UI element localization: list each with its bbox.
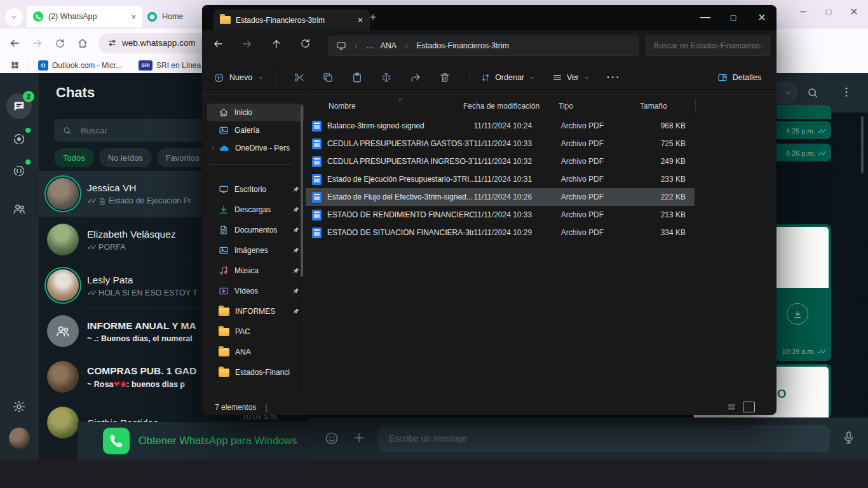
details-button[interactable]: Detalles	[717, 72, 761, 83]
toolbar-divider	[276, 69, 276, 86]
filter-todos[interactable]: Todos	[54, 148, 94, 167]
breadcrumb-item-ana[interactable]: ANA	[381, 41, 397, 50]
copy-button[interactable]	[313, 72, 342, 83]
message-input[interactable]	[388, 433, 797, 444]
column-fecha[interactable]: Fecha de modificación	[458, 102, 555, 111]
browser-minimize-button[interactable]: –	[790, 3, 816, 20]
column-divider[interactable]	[644, 99, 644, 113]
explorer-search-input[interactable]	[653, 41, 770, 51]
file-size: 968 KB	[634, 121, 695, 130]
explorer-tabband: Estados-Financieros-3trim ✕ — ▢ ✕	[202, 5, 776, 30]
new-tab-icon[interactable]	[369, 13, 377, 22]
bookmark-sri[interactable]: SRI SRI en Línea -	[139, 60, 205, 71]
column-divider[interactable]	[695, 99, 696, 113]
file-row[interactable]: Estado de Ejecución Presupuestario-3TRI.…	[306, 170, 695, 188]
mic-icon[interactable]	[841, 430, 856, 445]
emoji-icon[interactable]	[324, 431, 339, 446]
bookmark-outlook[interactable]: O Outlook.com - Micr...	[38, 60, 122, 71]
file-row[interactable]: ESTADO DE SITUACION FINANCIERA-3tri... 1…	[306, 224, 695, 241]
tab-close-icon[interactable]: ×	[131, 12, 136, 22]
breadcrumb-overflow[interactable]: …	[366, 41, 374, 50]
file-row[interactable]: CEDULA PRESUPUESTARIA INGRESO-3TRI... 11…	[306, 152, 695, 170]
large-icons-view-icon[interactable]	[743, 402, 755, 412]
browser-tab-whatsapp[interactable]: (2) WhatsApp ×	[27, 6, 142, 27]
delete-button[interactable]	[430, 72, 459, 83]
breadcrumb[interactable]: … ANA Estados-Financieros-3trim	[328, 36, 639, 56]
profile-avatar[interactable]	[9, 428, 30, 449]
sort-button[interactable]: Ordenar	[480, 72, 536, 83]
rail-status-button[interactable]	[6, 126, 32, 152]
file-date: 11/11/2024 10:24	[474, 121, 561, 130]
sidebar-item-documentos[interactable]: Documentos	[207, 221, 304, 239]
browser-close-button[interactable]: ✕	[841, 3, 867, 20]
chat-scrollbar[interactable]	[861, 116, 864, 173]
nav-up-icon[interactable]	[271, 38, 282, 50]
apps-grid-icon[interactable]	[10, 60, 20, 70]
conversation-search-icon[interactable]	[806, 86, 819, 99]
sidebar-item-galeria[interactable]: Galería	[207, 121, 304, 139]
sidebar-item-estados-financieros[interactable]: Estados-Financi	[207, 363, 304, 381]
new-button[interactable]: Nuevo	[214, 72, 264, 83]
explorer-minimize-button[interactable]: —	[691, 5, 719, 29]
column-divider[interactable]	[476, 99, 477, 113]
filter-no-leidos[interactable]: No leídos	[99, 148, 152, 167]
explorer-tab[interactable]: Estados-Financieros-3trim ✕	[214, 10, 370, 30]
rail-channels-button[interactable]	[6, 158, 32, 184]
sidebar-item-pac[interactable]: PAC	[207, 323, 304, 341]
breadcrumb-item-current[interactable]: Estados-Financieros-3trim	[416, 41, 509, 50]
attach-plus-icon[interactable]	[352, 431, 366, 445]
toolbar-more-icon[interactable]: ···	[607, 72, 621, 83]
share-button[interactable]	[401, 72, 430, 83]
sidebar-item-escritorio[interactable]: Escritorio	[207, 180, 304, 198]
sidebar-item-imagenes[interactable]: Imágenes	[207, 241, 304, 259]
explorer-search-box[interactable]	[646, 36, 770, 56]
sidebar-scrollbar[interactable]	[301, 105, 303, 277]
rail-communities-button[interactable]	[6, 196, 32, 221]
explorer-close-button[interactable]: ✕	[747, 5, 776, 29]
rail-chats-button[interactable]: 2	[6, 93, 32, 119]
column-divider[interactable]	[567, 99, 568, 113]
sidebar-item-descargas[interactable]: Descargas	[207, 201, 304, 219]
paste-button[interactable]	[342, 72, 372, 83]
pictures-icon	[219, 245, 229, 255]
file-row[interactable]: CEDULA PRESUPUESTARIA GASTOS-3TRI... 11/…	[306, 135, 695, 152]
browser-maximize-button[interactable]: ▢	[816, 3, 841, 20]
conversation-menu-kebab-icon[interactable]	[840, 86, 853, 98]
sidebar-item-inicio[interactable]: Inicio	[207, 104, 304, 121]
filter-favoritos[interactable]: Favoritos	[157, 148, 208, 167]
column-tipo[interactable]: Tipo	[555, 102, 635, 111]
column-nombre[interactable]: Nombre	[329, 102, 458, 111]
sidebar-item-onedrive[interactable]: OneDrive - Pers	[207, 139, 304, 157]
tab-search-button[interactable]	[5, 8, 23, 26]
file-row-selected[interactable]: Estado de Flujo del Efectivo-3trim-signe…	[306, 188, 695, 206]
nav-refresh-icon[interactable]	[300, 38, 311, 49]
browser-reload-icon[interactable]	[55, 37, 65, 48]
browser-home-icon[interactable]	[77, 37, 88, 49]
file-row[interactable]: ESTADO DE RENDIMIENTO FINANCIERO-... 11/…	[306, 206, 695, 224]
download-button[interactable]	[787, 303, 808, 325]
details-view-icon[interactable]	[727, 402, 736, 412]
view-button[interactable]: Ver	[552, 72, 590, 83]
nav-back-icon[interactable]	[212, 38, 224, 50]
file-row[interactable]: Balance-3trim-signed-signed 11/11/2024 1…	[306, 117, 695, 135]
file-type: Archivo PDF	[561, 157, 634, 166]
sidebar-item-ana[interactable]: ANA	[207, 343, 304, 361]
tab-close-icon[interactable]: ✕	[357, 16, 363, 25]
sidebar-label: Descargas	[234, 205, 271, 214]
sidebar-item-videos[interactable]: Vídeos	[207, 282, 304, 300]
expand-chevron-icon[interactable]	[210, 145, 216, 151]
cut-button[interactable]	[285, 72, 313, 83]
rename-button[interactable]	[372, 72, 401, 83]
browser-forward-icon[interactable]	[32, 37, 43, 49]
sidebar-label: INFORMES	[235, 307, 275, 316]
pdf-file-icon	[312, 139, 322, 149]
nav-forward-icon[interactable]	[241, 38, 253, 50]
trash-icon	[439, 72, 451, 83]
browser-back-icon[interactable]	[9, 37, 20, 49]
column-tamano[interactable]: Tamaño	[635, 102, 667, 111]
get-whatsapp-banner[interactable]: Obtener WhatsApp para Windows	[78, 422, 348, 459]
sidebar-item-musica[interactable]: Música	[207, 262, 304, 280]
explorer-maximize-button[interactable]: ▢	[719, 5, 747, 29]
rail-settings-button[interactable]	[6, 394, 32, 419]
sidebar-item-informes[interactable]: INFORMES	[207, 302, 304, 320]
